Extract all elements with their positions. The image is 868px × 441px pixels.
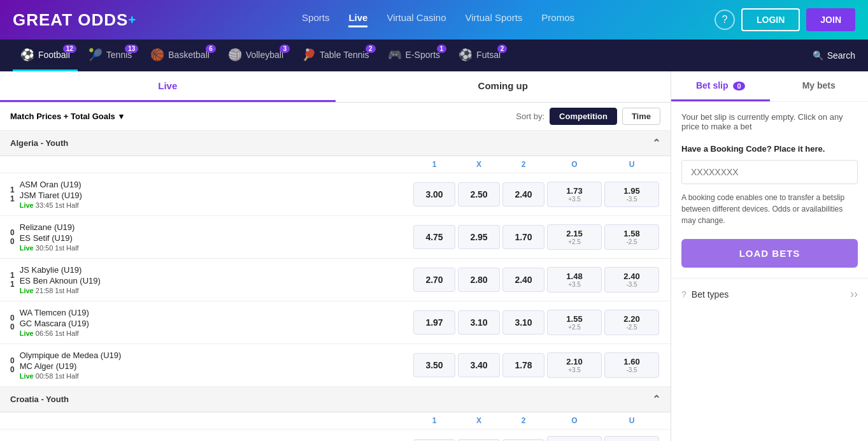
- odds-draw-0[interactable]: 2.50: [458, 182, 500, 206]
- question-icon: ?: [681, 289, 687, 300]
- teams: Relizane (U19) ES Setif (U19) Live 30:50…: [20, 222, 79, 252]
- col-headers-algeria: 1 X 2 O U: [0, 156, 671, 173]
- top-header: GREAT ODDS+ Sports Live Virtual Casino V…: [0, 0, 868, 40]
- collapse-button-algeria[interactable]: ⌃: [652, 137, 660, 149]
- odds-over-4[interactable]: 2.10 +3.5: [547, 352, 602, 378]
- odds-under-4[interactable]: 1.60 -3.5: [604, 352, 659, 378]
- match-info: 1 1 ASM Oran (U19) JSM Tiaret (U19) Live…: [10, 180, 412, 209]
- sort-controls: Sort by: Competition Time: [516, 108, 660, 125]
- search-icon: 🔍: [813, 50, 823, 61]
- odds-home-0[interactable]: 3.00: [413, 182, 455, 206]
- tab-bet-slip[interactable]: Bet slip 0: [671, 71, 770, 101]
- odds-home-3[interactable]: 1.97: [413, 310, 455, 335]
- nav-virtual-casino[interactable]: Virtual Casino: [387, 12, 446, 27]
- odds-under-1[interactable]: 1.58 -2.5: [604, 224, 659, 250]
- col-2-c: 2: [501, 416, 546, 425]
- nav-live[interactable]: Live: [348, 12, 367, 27]
- sport-volleyball[interactable]: 🏐 Volleyball 3: [220, 40, 291, 71]
- tab-live[interactable]: Live: [0, 71, 336, 102]
- teams: ASM Oran (U19) JSM Tiaret (U19) Live 33:…: [20, 180, 82, 209]
- score: 0 0: [10, 228, 15, 246]
- booking-code-input[interactable]: [681, 160, 858, 184]
- odds-over-5[interactable]: ▲: [547, 436, 602, 441]
- odds-under-0[interactable]: 1.95 -3.5: [604, 182, 659, 207]
- col-match-c: [10, 416, 412, 425]
- top-nav: Sports Live Virtual Casino Virtual Sport…: [162, 12, 715, 27]
- score: 1 1: [10, 185, 15, 203]
- sport-futsal[interactable]: ⚽ Futsal 2: [451, 40, 508, 71]
- filter-dropdown[interactable]: Match Prices + Total Goals ▾: [10, 112, 124, 121]
- booking-label: Have a Booking Code? Place it here.: [681, 144, 858, 154]
- main-layout: Live Coming up Match Prices + Total Goal…: [0, 71, 868, 441]
- tab-bar: Live Coming up: [0, 71, 671, 103]
- odds-under-3[interactable]: 2.20 -2.5: [604, 310, 659, 335]
- col-x-c: X: [457, 416, 501, 425]
- sports-nav: ⚽ Football 12 🎾 Tennis 13 🏀 Basketball 6…: [0, 40, 868, 71]
- teams: JS Kabylie (U19) ES Ben Aknoun (U19) Liv…: [20, 265, 101, 294]
- filter-bar: Match Prices + Total Goals ▾ Sort by: Co…: [0, 103, 671, 131]
- table-row: 1 NK Dugopolje (U19) ▲ ▼: [0, 430, 671, 441]
- join-button[interactable]: JOIN: [806, 8, 855, 31]
- booking-section: Have a Booking Code? Place it here. A bo…: [681, 144, 858, 268]
- odds-over-1[interactable]: 2.15 +2.5: [547, 224, 602, 250]
- login-button[interactable]: LOGIN: [741, 8, 800, 31]
- table-row: 1 1 JS Kabylie (U19) ES Ben Aknoun (U19)…: [0, 259, 671, 301]
- col-2: 2: [501, 160, 546, 169]
- col-x: X: [457, 160, 501, 169]
- odds-away-2[interactable]: 2.40: [502, 268, 544, 292]
- bet-count-badge: 0: [733, 82, 744, 90]
- football-count: 12: [63, 45, 76, 53]
- odds-over-0[interactable]: 1.73 +3.5: [547, 182, 602, 207]
- esports-icon: 🎮: [388, 48, 402, 62]
- odds-over-3[interactable]: 1.55 +2.5: [547, 310, 602, 335]
- sport-esports[interactable]: 🎮 E-Sports 1: [380, 40, 448, 71]
- col-o: O: [546, 160, 603, 169]
- odds-away-3[interactable]: 3.10: [502, 310, 544, 335]
- tennis-count: 13: [125, 45, 138, 53]
- odds-under-5[interactable]: ▼: [604, 436, 659, 441]
- load-bets-button[interactable]: LOAD BETS: [681, 239, 858, 268]
- tab-my-bets[interactable]: My bets: [770, 71, 869, 101]
- bet-types-label: Bet types: [692, 289, 850, 300]
- sport-football[interactable]: ⚽ Football 12: [13, 40, 78, 71]
- sport-tabletennis[interactable]: 🏓 Table Tennis 2: [294, 40, 377, 71]
- logo: GREAT ODDS+: [13, 10, 136, 30]
- sport-tennis[interactable]: 🎾 Tennis 13: [81, 40, 139, 71]
- odds-draw-1[interactable]: 2.95: [458, 225, 500, 249]
- header-actions: ? LOGIN JOIN: [715, 8, 855, 31]
- nav-sports[interactable]: Sports: [302, 12, 329, 27]
- football-icon: ⚽: [20, 48, 34, 62]
- odds-draw-3[interactable]: 3.10: [458, 310, 500, 335]
- col-u-c: U: [603, 416, 660, 425]
- sort-time-button[interactable]: Time: [622, 108, 660, 125]
- nav-virtual-sports[interactable]: Virtual Sports: [466, 12, 523, 27]
- tab-coming-up[interactable]: Coming up: [336, 71, 671, 102]
- tabletennis-count: 2: [366, 45, 376, 53]
- sort-competition-button[interactable]: Competition: [550, 108, 617, 125]
- empty-slip-message: Your bet slip is currently empty. Click …: [681, 112, 858, 131]
- search-button[interactable]: 🔍 Search: [813, 50, 855, 61]
- sport-basketball[interactable]: 🏀 Basketball 6: [143, 40, 217, 71]
- odds-home-4[interactable]: 3.50: [413, 353, 455, 377]
- odds-home-1[interactable]: 4.75: [413, 225, 455, 249]
- bet-types-row[interactable]: ? Bet types ››: [671, 278, 868, 310]
- col-1-c: 1: [412, 416, 457, 425]
- collapse-button-croatia[interactable]: ⌃: [652, 393, 660, 405]
- nav-promos[interactable]: Promos: [541, 12, 574, 27]
- match-info: 0 0 WA Tlemcen (U19) GC Mascara (U19) Li…: [10, 308, 412, 337]
- tennis-icon: 🎾: [89, 48, 103, 62]
- odds-under-2[interactable]: 2.40 -3.5: [604, 267, 659, 293]
- odds-away-1[interactable]: 1.70: [502, 225, 544, 249]
- odds-home-2[interactable]: 2.70: [413, 268, 455, 292]
- odds-draw-4[interactable]: 3.40: [458, 353, 500, 377]
- odds-away-4[interactable]: 1.78: [502, 353, 544, 377]
- bet-slip-tabs: Bet slip 0 My bets: [671, 71, 868, 102]
- match-info: 0 0 Olympique de Medea (U19) MC Alger (U…: [10, 351, 412, 380]
- col-u: U: [603, 160, 660, 169]
- right-panel: Bet slip 0 My bets Your bet slip is curr…: [671, 71, 868, 441]
- odds-over-2[interactable]: 1.48 +3.5: [547, 267, 602, 293]
- help-button[interactable]: ?: [715, 10, 735, 30]
- odds-away-0[interactable]: 2.40: [502, 182, 544, 206]
- sports-nav-items: ⚽ Football 12 🎾 Tennis 13 🏀 Basketball 6…: [13, 40, 813, 71]
- odds-draw-2[interactable]: 2.80: [458, 268, 500, 292]
